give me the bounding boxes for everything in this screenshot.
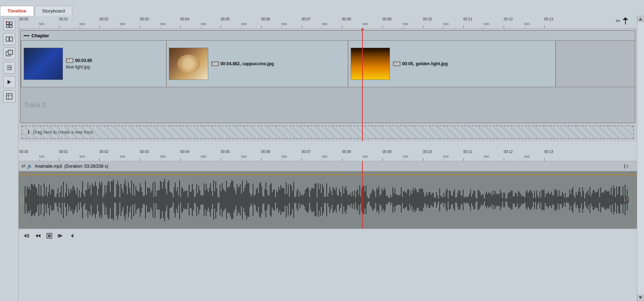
tabs-bar: Timeline Storyboard: [0, 0, 644, 16]
tab-timeline[interactable]: Timeline: [0, 6, 34, 16]
svg-line-28: [626, 198, 628, 200]
svg-rect-31: [27, 234, 28, 238]
scroll-up-btn[interactable]: [637, 16, 644, 22]
clip2-name: cappuccino.jpg: [242, 61, 274, 66]
skip-start-button[interactable]: [21, 231, 31, 241]
clip-blue-light[interactable]: AB 00:03.60 blue light.jpg: [21, 41, 167, 87]
audio-waveform: [19, 171, 637, 229]
waveform-svg: [19, 171, 637, 229]
svg-marker-37: [59, 234, 63, 238]
audio-section: ⇄ 🔊 Anamalie.mp3 (Duration: 03:28/208 s): [19, 161, 637, 229]
svg-rect-38: [58, 234, 59, 238]
split-tool-btn[interactable]: [3, 33, 15, 45]
svg-marker-34: [38, 234, 40, 238]
svg-line-22: [626, 165, 628, 166]
drag-zone-text: Drag here to create a new track.: [33, 130, 94, 135]
track2-label: Track 2: [24, 101, 45, 109]
audio-speaker-icon: 🔊: [27, 163, 33, 169]
svg-marker-15: [8, 80, 11, 84]
clip-thumbnail-blue: [24, 48, 63, 80]
timeline-content: 00:00 00:01 00:02 00:03 00:04 00:05 00:0…: [19, 16, 637, 301]
drag-zone[interactable]: ⬇ Drag here to create a new track.: [21, 125, 634, 139]
rewind-button[interactable]: [33, 231, 43, 241]
clip-cappuccino[interactable]: AB 00:04.882, cappuccino.jpg: [167, 41, 348, 87]
drag-arrow-icon: ⬇: [26, 129, 31, 135]
svg-rect-0: [6, 22, 9, 24]
tab-storyboard[interactable]: Storyboard: [35, 6, 73, 16]
clip-ab-icon-2: AB: [211, 61, 219, 66]
grid-tool-btn[interactable]: [3, 19, 15, 31]
svg-rect-2: [6, 25, 9, 28]
arrange-tool-btn[interactable]: [3, 62, 15, 74]
playhead-arrow-icon: [623, 17, 628, 24]
scroll-down-btn[interactable]: [637, 295, 644, 301]
play-tool-btn[interactable]: [3, 76, 15, 88]
main-area: 00:00 00:01 00:02 00:03 00:04 00:05 00:0…: [0, 16, 644, 301]
svg-rect-1: [10, 22, 12, 24]
chapter-dash-icon: [24, 35, 29, 36]
clip2-duration: 00:04.882,: [220, 61, 241, 66]
video-track: AB 00:03.60 blue light.jpg: [20, 40, 635, 87]
clip-golden-light[interactable]: AB 00:05, golden light.jpg: [348, 41, 556, 87]
clip3-name: golden light.jpg: [416, 61, 448, 66]
bottom-controls: [19, 229, 637, 242]
audio-stretch-right2-icon[interactable]: [624, 196, 629, 204]
duplicate-tool-btn[interactable]: [3, 47, 15, 59]
clip3-duration: 00:05,: [402, 61, 414, 66]
audio-loop-icon: ⇄: [21, 163, 25, 169]
clip-thumbnail-golden: [351, 48, 390, 80]
svg-marker-39: [71, 234, 73, 238]
audio-duration: (Duration: 03:28/208 s): [64, 164, 108, 169]
svg-marker-33: [35, 234, 38, 238]
svg-rect-3: [10, 25, 12, 28]
svg-line-29: [626, 200, 628, 201]
svg-marker-19: [623, 17, 628, 20]
right-scrollbar[interactable]: [637, 16, 644, 301]
svg-marker-30: [24, 234, 26, 238]
svg-marker-41: [639, 296, 642, 299]
svg-rect-32: [28, 234, 29, 238]
track-spacer: [19, 141, 637, 148]
audio-filename: Anamalie.mp3: [35, 164, 62, 169]
play-forward-button[interactable]: [56, 231, 66, 241]
svg-rect-6: [6, 37, 9, 41]
scissors-icon: ✂: [616, 18, 620, 24]
time-ruler-top: 00:00 00:01 00:02 00:03 00:04 00:05 00:0…: [19, 16, 637, 29]
timeline-lower: 00:00 00:01 00:02 00:03 00:04 00:05 00:0…: [19, 148, 637, 229]
clip-ab-icon-1: AB: [66, 58, 74, 63]
audio-volume-line[interactable]: [19, 174, 637, 175]
timeline-upper: 00:00 00:01 00:02 00:03 00:04 00:05 00:0…: [19, 16, 637, 141]
chapter-box: Chapter AB: [20, 30, 635, 123]
svg-rect-16: [6, 94, 12, 99]
track-2: Track 2: [20, 87, 635, 123]
audio-ruler: 00:00 00:01 00:02 00:03 00:04 00:05 00:0…: [19, 148, 637, 161]
audio-stretch-right-icon[interactable]: [624, 163, 629, 170]
clip-thumbnail-cappuccino: [169, 48, 208, 80]
svg-rect-20: [625, 20, 626, 24]
svg-marker-40: [639, 18, 642, 20]
svg-marker-14: [11, 67, 12, 69]
audio-track-header: ⇄ 🔊 Anamalie.mp3 (Duration: 03:28/208 s): [19, 161, 637, 171]
svg-line-26: [20, 200, 22, 201]
svg-rect-10: [8, 50, 13, 54]
svg-line-23: [626, 166, 628, 168]
frame-select-button[interactable]: [44, 231, 54, 241]
svg-rect-36: [48, 234, 51, 237]
tracks-wrapper: Chapter AB: [19, 29, 637, 141]
chapter-label: Chapter: [31, 33, 49, 38]
audio-stretch-left-icon[interactable]: [19, 196, 24, 204]
chapter-tool-btn[interactable]: [3, 90, 15, 102]
chapter-header: Chapter: [20, 30, 635, 40]
svg-line-25: [20, 198, 22, 200]
clip1-duration: 00:03.60: [75, 58, 92, 63]
clip1-name: blue light.jpg: [66, 64, 92, 70]
svg-rect-7: [10, 37, 13, 41]
left-toolbar: [0, 16, 19, 301]
arrow-left-button[interactable]: [67, 231, 77, 241]
clip-ab-icon-3: AB: [393, 61, 401, 66]
